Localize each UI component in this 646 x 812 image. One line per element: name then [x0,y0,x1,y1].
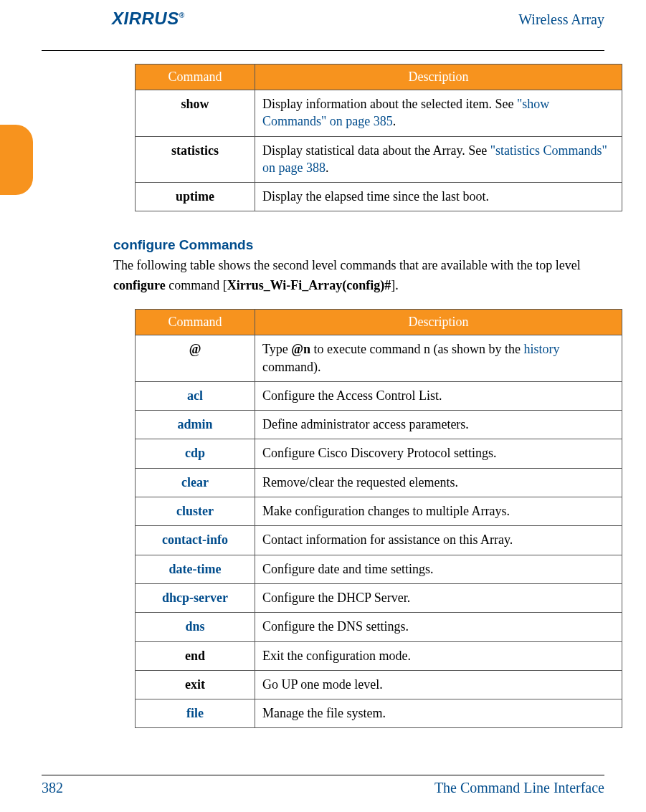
cmd-cell-uptime: uptime [136,183,255,211]
table-header-row: Command Description [136,310,622,335]
cmd-cell-admin: admin [136,411,255,439]
cmd-link[interactable]: cluster [176,504,214,518]
desc-cell: Make configuration changes to multiple A… [255,497,622,526]
desc-text-post: command). [262,360,320,374]
cmd-cell-file: file [136,699,255,728]
desc-text: Type [262,342,291,356]
desc-text: Display statistical data about the Array… [262,143,490,158]
desc-cell: Configure the DNS settings. [255,613,622,641]
cmd-link[interactable]: admin [177,417,212,431]
page-footer: 382 The Command Line Interface [42,775,604,796]
desc-text-post: . [393,114,396,128]
document-title: Wireless Array [518,11,604,28]
table-row: cluster Make configuration changes to mu… [136,497,622,526]
intro-text: The following table shows the second lev… [113,258,581,272]
cmd-cell-show: show [136,90,255,137]
desc-text: Display the elapsed time since the last … [262,189,489,204]
desc-cell: Type @n to execute command n (as shown b… [255,335,622,382]
intro-bold-prompt: Xirrus_Wi-Fi_Array(config)# [227,278,391,292]
cmd-link[interactable]: clear [181,475,209,489]
cmd-cell-dhcp-server: dhcp-server [136,583,255,612]
page: XIRRUS® Wireless Array Command Descripti… [0,0,646,812]
desc-cell: Configure Cisco Discovery Protocol setti… [255,439,622,468]
page-content: Command Description show Display informa… [0,51,646,728]
cmd-cell-acl: acl [136,381,255,410]
table-row: exit Go UP one mode level. [136,670,622,699]
intro-bold-configure: configure [113,278,166,292]
table-row: date-time Configure date and time settin… [136,555,622,583]
table-row: end Exit the configuration mode. [136,641,622,670]
table-row: clear Remove/clear the requested element… [136,468,622,497]
cmd-cell-exit: exit [136,670,255,699]
cmd-cell-contact-info: contact-info [136,526,255,555]
cmd-cell-clear: clear [136,468,255,497]
cmd-name: end [185,649,205,663]
table-row: @ Type @n to execute command n (as shown… [136,335,622,382]
cmd-name: exit [185,677,205,692]
table-row: contact-info Contact information for ass… [136,526,622,555]
table-row: uptime Display the elapsed time since th… [136,183,622,211]
intro-text-mid: command [ [166,278,227,292]
cmd-name: show [181,97,209,111]
intro-text-post: ]. [391,278,399,292]
section-intro: The following table shows the second lev… [113,256,602,296]
cmd-cell-end: end [136,641,255,670]
cmd-cell-at: @ [136,335,255,382]
thumb-index-tab [0,125,33,195]
cmd-link[interactable]: dhcp-server [162,591,228,605]
table-row: dhcp-server Configure the DHCP Server. [136,583,622,612]
desc-cell: Define administrator access parameters. [255,411,622,439]
table-row: cdp Configure Cisco Discovery Protocol s… [136,439,622,468]
desc-cell: Display the elapsed time since the last … [255,183,622,211]
table-row: show Display information about the selec… [136,90,622,137]
desc-cell: Display information about the selected i… [255,90,622,137]
col-header-command: Command [136,310,255,335]
page-header: XIRRUS® Wireless Array [42,0,604,51]
brand-logo: XIRRUS® [112,9,185,29]
cmd-link[interactable]: acl [187,388,203,403]
cmd-cell-statistics: statistics [136,136,255,183]
footer-title: The Command Line Interface [434,780,604,796]
desc-cell: Configure the Access Control List. [255,381,622,410]
col-header-description: Description [255,65,622,90]
cmd-link[interactable]: contact-info [162,532,228,547]
cmd-name: @ [189,342,201,356]
cmd-link[interactable]: file [186,706,204,720]
table-row: statistics Display statistical data abou… [136,136,622,183]
table-row: acl Configure the Access Control List. [136,381,622,410]
desc-bold: @n [291,342,310,356]
desc-cell: Go UP one mode level. [255,670,622,699]
page-number: 382 [42,780,63,796]
desc-cell: Manage the file system. [255,699,622,728]
desc-text-post: . [326,161,329,175]
desc-cell: Remove/clear the requested elements. [255,468,622,497]
cmd-cell-date-time: date-time [136,555,255,583]
desc-cell: Exit the configuration mode. [255,641,622,670]
table-row: file Manage the file system. [136,699,622,728]
cmd-link[interactable]: date-time [169,562,222,576]
brand-reg: ® [179,11,185,19]
section-heading-configure-commands: configure Commands [113,237,602,253]
desc-cell: Contact information for assistance on th… [255,526,622,555]
cmd-cell-dns: dns [136,613,255,641]
desc-text: Display information about the selected i… [262,97,517,111]
table-row: admin Define administrator access parame… [136,411,622,439]
desc-cell: Display statistical data about the Array… [255,136,622,183]
cmd-cell-cluster: cluster [136,497,255,526]
desc-cell: Configure date and time settings. [255,555,622,583]
desc-cell: Configure the DHCP Server. [255,583,622,612]
cmd-link[interactable]: dns [185,619,204,634]
cmd-cell-cdp: cdp [136,439,255,468]
cmd-name: statistics [171,143,219,158]
table-header-row: Command Description [136,65,622,90]
brand-text: XIRRUS [112,9,179,28]
cmd-name: uptime [176,189,214,204]
cmd-link[interactable]: cdp [185,446,205,460]
col-header-command: Command [136,65,255,90]
cross-ref-link[interactable]: history [523,342,559,356]
command-table-top: Command Description show Display informa… [135,64,622,211]
col-header-description: Description [255,310,622,335]
command-table-configure: Command Description @ Type @n to execute… [135,309,622,728]
table-row: dns Configure the DNS settings. [136,613,622,641]
desc-text-mid: to execute command n (as shown by the [310,342,523,356]
